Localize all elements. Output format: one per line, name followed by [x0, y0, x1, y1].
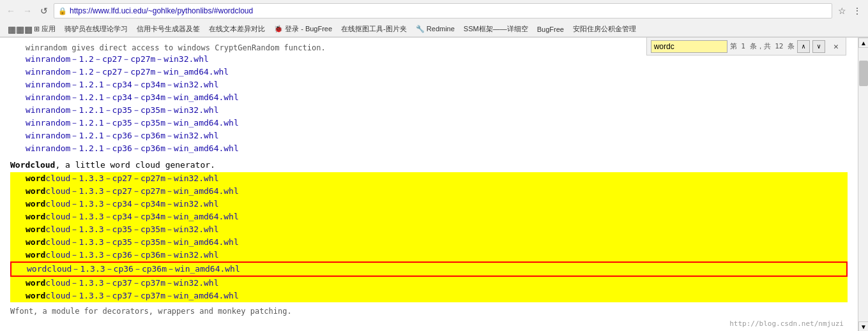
bookmark-label: BugFree [537, 26, 564, 33]
apps-label: ⊞ 应用 [34, 24, 56, 34]
bookmark-1[interactable]: 骑驴员在线理论学习 [61, 23, 132, 35]
link-suffix: cloud－1.3.3－cp36－cp36m－win32.whl [45, 250, 218, 260]
link-suffix: cloud－1.3.3－cp36－cp36m－win_amd64.whl [47, 264, 240, 274]
list-item[interactable]: wordcloud－1.3.3－cp35－cp35m－win_amd64.whl [10, 236, 848, 249]
bookmark-7[interactable]: SSM框架——详细空 [460, 23, 532, 35]
list-item[interactable]: winrandom－1.2.1－cp35－cp35m－win32.whl [10, 104, 848, 117]
forward-button[interactable]: → [20, 4, 34, 18]
bookmark-label: 在线文本差异对比 [209, 24, 265, 34]
list-item[interactable]: wordcloud－1.3.3－cp37－cp37m－win_amd64.whl [10, 290, 848, 302]
section-header-wordcloud: Wordcloud, a little word cloud generator… [10, 160, 848, 170]
list-item[interactable]: wordcloud－1.3.3－cp34－cp34m－win_amd64.whl [10, 210, 848, 223]
url-text: https://www.lfd.uci.edu/~gohlke/pythonli… [70, 6, 828, 15]
list-item[interactable]: winrandom－1.2.1－cp36－cp36m－win_amd64.whl [10, 142, 848, 155]
list-item[interactable]: wordcloud－1.3.3－cp27－cp27m－win_amd64.whl [10, 185, 848, 198]
scroll-up-button[interactable]: ▲ [858, 38, 868, 48]
link-suffix: cloud－1.3.3－cp35－cp35m－win_amd64.whl [45, 237, 238, 247]
lock-icon: 🔒 [58, 7, 67, 15]
find-prev-button[interactable]: ∧ [797, 40, 810, 53]
list-item[interactable]: wordcloud－1.3.3－cp27－cp27m－win32.whl [10, 172, 848, 185]
bookmark-4[interactable]: 🐞 登录 - BugFree [270, 23, 336, 35]
scrollbar-thumb[interactable] [859, 61, 868, 86]
link-suffix: cloud－1.3.3－cp37－cp37m－win_amd64.whl [45, 291, 238, 300]
list-item[interactable]: winrandom－1.2.1－cp34－cp34m－win_amd64.whl [10, 91, 848, 104]
bookmark-5[interactable]: 在线抠图工具-图片夹 [337, 23, 411, 35]
link-suffix: cloud－1.3.3－cp37－cp37m－win32.whl [45, 278, 218, 288]
link-suffix: cloud－1.3.3－cp27－cp27m－win_amd64.whl [45, 186, 238, 196]
watermark: http://blog.csdn.net/nmjuzi [729, 320, 844, 328]
link-suffix: cloud－1.3.3－cp35－cp35m－win32.whl [45, 224, 218, 234]
find-close-button[interactable]: ✕ [830, 41, 842, 52]
nav-bar: ← → ↺ 🔒 https://www.lfd.uci.edu/~gohlke/… [0, 0, 868, 22]
highlight-prefix: word [26, 291, 45, 300]
bookmark-label: 在线抠图工具-图片夹 [341, 24, 407, 34]
highlight-prefix: word [26, 173, 45, 183]
bookmark-6[interactable]: 🔧 Redmine [412, 24, 459, 34]
highlight-prefix: word [26, 212, 45, 221]
main-area: 第 1 条，共 12 条 ∧ ∨ ✕ winrandom gives direc… [0, 38, 868, 331]
bookmark-label: SSM框架——详细空 [464, 24, 528, 34]
scrollbar[interactable]: ▲ ▼ [858, 38, 868, 331]
find-next-button[interactable]: ∨ [812, 40, 825, 53]
link-suffix: cloud－1.3.3－cp34－cp34m－win32.whl [45, 199, 218, 209]
refresh-button[interactable]: ↺ [37, 4, 51, 18]
highlight-prefix: word [26, 250, 45, 260]
list-item[interactable]: winrandom－1.2.1－cp35－cp35m－win_amd64.whl [10, 117, 848, 129]
star-button[interactable]: ☆ [835, 4, 849, 18]
highlight-prefix: word [26, 224, 45, 234]
bookmark-label: 🔧 Redmine [416, 25, 455, 33]
bookmark-2[interactable]: 信用卡号生成器及签 [133, 23, 204, 35]
highlight-prefix: word [26, 278, 45, 288]
bookmark-label: 骑驴员在线理论学习 [65, 24, 128, 34]
address-bar[interactable]: 🔒 https://www.lfd.uci.edu/~gohlke/python… [54, 3, 832, 18]
highlight-prefix: word [26, 237, 45, 247]
bookmark-label: 安阳住房公积金管理 [573, 24, 636, 34]
back-button[interactable]: ← [4, 4, 18, 18]
page-content: 第 1 条，共 12 条 ∧ ∨ ✕ winrandom gives direc… [0, 38, 858, 331]
list-item[interactable]: winrandom－1.2.1－cp36－cp36m－win32.whl [10, 129, 848, 142]
link-suffix: cloud－1.3.3－cp27－cp27m－win32.whl [45, 173, 218, 183]
highlight-prefix: word [26, 186, 45, 196]
menu-button[interactable]: ⋮ [850, 4, 864, 18]
apps-bookmark[interactable]: ​▦▦▦ ⊞ 应用 [4, 23, 59, 36]
list-item[interactable]: wordcloud－1.3.3－cp35－cp35m－win32.whl [10, 223, 848, 236]
list-item[interactable]: winrandom－1.2.1－cp34－cp34m－win32.whl [10, 78, 848, 91]
apps-icon: ​▦▦▦ [8, 24, 33, 34]
bookmark-label: 信用卡号生成器及签 [137, 24, 200, 34]
find-count: 第 1 条，共 12 条 [730, 41, 795, 51]
nav-actions: ☆ ⋮ [835, 4, 864, 18]
find-bar: 第 1 条，共 12 条 ∧ ∨ ✕ [646, 38, 846, 55]
list-item[interactable]: wordcloud－1.3.3－cp36－cp36m－win32.whl [10, 249, 848, 261]
find-input[interactable] [651, 40, 727, 53]
browser-chrome: ← → ↺ 🔒 https://www.lfd.uci.edu/~gohlke/… [0, 0, 868, 38]
highlight-prefix: word [27, 264, 47, 274]
bookmark-9[interactable]: 安阳住房公积金管理 [569, 23, 640, 35]
link-suffix: cloud－1.3.3－cp34－cp34m－win_amd64.whl [45, 212, 238, 221]
bookmark-3[interactable]: 在线文本差异对比 [205, 23, 269, 35]
list-item[interactable]: winrandom－1.2－cp27－cp27m－win_amd64.whl [10, 66, 848, 78]
list-item[interactable]: wordcloud－1.3.3－cp34－cp34m－win32.whl [10, 198, 848, 210]
section-title-rest: , a little word cloud generator. [55, 160, 215, 170]
highlight-prefix: word [26, 199, 45, 209]
list-item-boxed[interactable]: wordcloud－1.3.3－cp36－cp36m－win_amd64.whl [10, 261, 848, 277]
section-header-next: Wfont, a module for decorators, wrappers… [10, 306, 848, 316]
section-title-bold: Wordcloud [10, 160, 55, 170]
scroll-down-button[interactable]: ▼ [858, 321, 868, 331]
bookmark-8[interactable]: BugFree [533, 24, 568, 34]
bookmark-label: 🐞 登录 - BugFree [274, 24, 332, 34]
footer-hint: Wfont, a module for decorators, wrappers… [10, 307, 292, 316]
list-item[interactable]: wordcloud－1.3.3－cp37－cp37m－win32.whl [10, 277, 848, 290]
bookmarks-bar: ​▦▦▦ ⊞ 应用 骑驴员在线理论学习 信用卡号生成器及签 在线文本差异对比 🐞… [0, 22, 868, 37]
